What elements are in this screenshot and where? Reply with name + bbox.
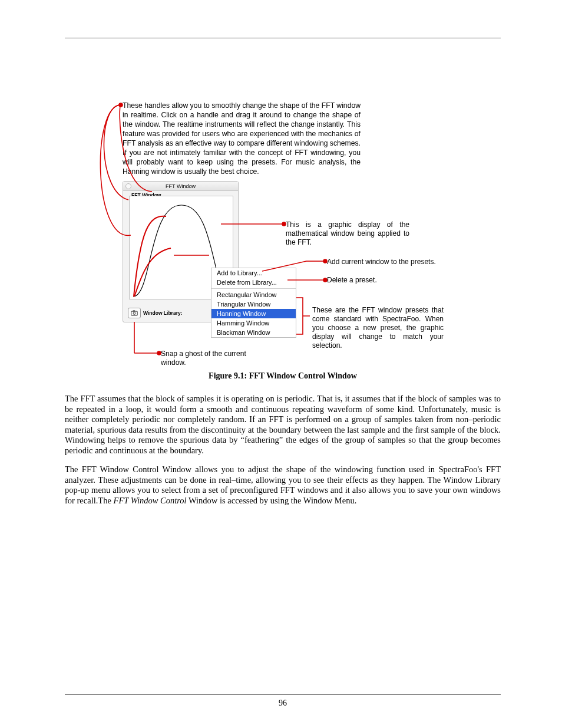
menu-hamming-window[interactable]: Hamming Window [211, 318, 296, 328]
callout-delete-preset: Delete a preset. [327, 276, 445, 285]
figure-9-1: These handles allow you to smoothly chan… [65, 101, 501, 381]
body-paragraph-2b: Window is accessed by using the Window M… [187, 496, 357, 505]
body-paragraph-1: The FFT assumes that the block of sample… [65, 394, 501, 456]
svg-rect-2 [133, 310, 135, 311]
callout-snap-ghost: Snap a ghost of the current window. [161, 350, 264, 367]
callout-add-preset: Add current window to the presets. [327, 258, 462, 266]
fft-window-title: FFT Window [166, 183, 196, 189]
fft-window-titlebar[interactable]: FFT Window [123, 182, 238, 191]
body-text: The FFT assumes that the block of sample… [65, 394, 501, 506]
figure-caption: Figure 9.1: FFT Window Control Window [65, 371, 501, 381]
close-icon[interactable] [125, 183, 131, 189]
menu-hanning-window[interactable]: Hanning Window [211, 309, 296, 318]
body-paragraph-2: The FFT Window Control Window allows you… [65, 465, 501, 506]
figure-top-note: These handles allow you to smoothly chan… [123, 101, 361, 176]
camera-icon[interactable] [128, 308, 141, 318]
menu-delete-from-library[interactable]: Delete from Library... [211, 278, 296, 287]
callout-graphic-display: This is a graphic display of the mathema… [286, 220, 409, 247]
window-library-row: Window Library: [128, 308, 183, 318]
menu-add-to-library[interactable]: Add to Library... [211, 268, 296, 278]
menu-blackman-window[interactable]: Blackman Window [211, 328, 296, 337]
window-library-label: Window Library: [143, 310, 183, 316]
callout-presets: These are the FFT window presets that co… [312, 306, 444, 350]
svg-point-1 [133, 312, 135, 315]
menu-rectangular-window[interactable]: Rectangular Window [211, 290, 296, 299]
menu-separator [211, 288, 296, 289]
fft-window-control-emphasis: FFT Window Control [114, 496, 187, 505]
menu-triangular-window[interactable]: Triangular Window [211, 299, 296, 309]
window-library-menu[interactable]: Add to Library... Delete from Library...… [211, 268, 296, 338]
page-number: 96 [65, 699, 501, 708]
page: These handles allow you to smoothly chan… [65, 38, 501, 695]
